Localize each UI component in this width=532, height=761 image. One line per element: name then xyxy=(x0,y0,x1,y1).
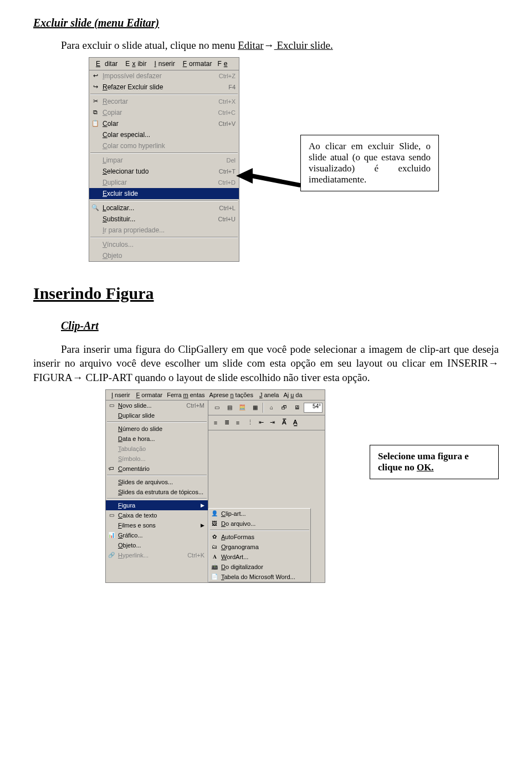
separator xyxy=(90,153,238,154)
menu-item-label: Objeto xyxy=(100,252,236,260)
toolbar-row-2: ≡ ≣ ≡ ⋮ ⇤ ⇥ A̅ A̲ xyxy=(208,415,325,430)
menubar-formatar[interactable]: Formatar xyxy=(178,59,214,69)
menu-item-slides-da-estrutura-de-t-picos-[interactable]: Slides da estrutura de tópicos... xyxy=(106,487,208,497)
tb-icon[interactable]: ▭ xyxy=(211,402,223,413)
submenu-item-label: Do digitalizador xyxy=(219,564,307,570)
callout-arrow xyxy=(236,171,303,181)
mb-ajuda[interactable]: Ajuda xyxy=(282,391,304,399)
submenu-item-tabela-do-microsoft-word-[interactable]: 📄Tabela do Microsoft Word... xyxy=(209,572,310,582)
align-icon[interactable]: ≣ xyxy=(222,418,232,427)
mb-janela[interactable]: Janela xyxy=(256,391,280,399)
callout-selecione: Selecione uma figura e clique no OK. xyxy=(370,445,499,479)
menu-item-shortcut: F4 xyxy=(228,84,236,90)
menu-item-label: Excluir slide xyxy=(100,190,236,197)
submenu-item-do-digitalizador[interactable]: 📠Do digitalizador xyxy=(209,562,310,572)
heading-clipart: Clip-Art xyxy=(61,319,499,332)
menu-item-icon xyxy=(90,251,100,260)
menubar-fe[interactable]: Fe xyxy=(215,59,232,69)
menu-item-objeto-[interactable]: Objeto... xyxy=(106,540,208,550)
tb-icon[interactable]: ▦ xyxy=(249,402,261,413)
submenu-item-do-arquivo-[interactable]: 🖼Do arquivo... xyxy=(209,519,310,529)
menu-item-label: Símbolo... xyxy=(116,455,204,462)
menu-item-caixa-de-texto[interactable]: ▭Caixa de texto xyxy=(106,510,208,520)
menu-item-filmes-e-sons[interactable]: Filmes e sons▶ xyxy=(106,520,208,530)
menubar-exibir[interactable]: Exibir xyxy=(123,59,149,69)
tb-icon[interactable]: ⌂ xyxy=(265,402,278,413)
menu-item-hyperlink-: 🔗Hyperlink...Ctrl+K xyxy=(106,550,208,560)
menu-item-n-mero-do-slide[interactable]: Número do slide xyxy=(106,424,208,434)
indent-icon[interactable]: ⇤ xyxy=(256,418,266,427)
font-inc-icon[interactable]: A̲ xyxy=(290,418,300,427)
submenu-item-organograma[interactable]: 🗂Organograma xyxy=(209,542,310,552)
menu-item-label: Impossível desfazer xyxy=(100,72,219,80)
menu-item-label: Hyperlink... xyxy=(116,552,187,559)
menu-item-label: Filmes e sons xyxy=(116,522,201,529)
submenu-item-icon: 🖼 xyxy=(210,520,219,527)
menu-item-shortcut: Ctrl+T xyxy=(219,168,236,175)
menu-item-figura[interactable]: Figura▶ xyxy=(106,500,208,510)
menu-item-label: Vínculos... xyxy=(100,241,236,248)
menu-item-label: Tabulação xyxy=(116,445,204,452)
tb-icon[interactable]: 🧮 xyxy=(236,402,248,413)
menu-item-colar[interactable]: 📋ColarCtrl+V xyxy=(89,118,239,129)
menu-item-icon xyxy=(107,501,116,509)
align-icon[interactable]: ≡ xyxy=(233,418,243,427)
toolbar-row-1: ▭ ▤ 🧮 ▦ ⌂ 🗗 🖥 54° xyxy=(208,400,325,415)
menu-item-data-e-hora-[interactable]: Data e hora... xyxy=(106,434,208,444)
menu-item-refazer-excluir-slide[interactable]: ↪Refazer Excluir slideF4 xyxy=(89,82,239,93)
mb-formatar[interactable]: Formatar xyxy=(133,391,165,399)
menu-item-label: Selecionar tudo xyxy=(100,168,219,175)
submenu-item-clip-art-[interactable]: 👤Clip-art... xyxy=(209,509,310,519)
menu-item-shortcut: Ctrl+C xyxy=(218,109,236,116)
menu-item-colar-como-hyperlink: Colar como hyperlink xyxy=(89,140,239,151)
menu-item-localizar-[interactable]: 🔍Localizar...Ctrl+L xyxy=(89,202,239,214)
indent-icon[interactable]: ⇥ xyxy=(267,418,277,427)
callout-excluir: Ao clicar em excluir Slide, o slide atua… xyxy=(300,135,439,191)
menu-item-novo-slide-[interactable]: ▭Novo slide...Ctrl+M xyxy=(106,400,208,410)
menu-item-icon: 📊 xyxy=(107,531,116,539)
menu-item-colar-especial-[interactable]: Colar especial... xyxy=(89,129,239,140)
submenu-arrow-icon: ▶ xyxy=(201,522,204,528)
menu-item-gr-fico-[interactable]: 📊Gráfico... xyxy=(106,530,208,540)
submenu-item-label: WordArt... xyxy=(219,554,307,560)
inserir-menubar: Inserir Formatar Ferramentas Apresentaçõ… xyxy=(106,390,325,400)
separator xyxy=(90,200,238,201)
tb-icon[interactable]: 🗗 xyxy=(278,402,290,413)
tb-icon[interactable]: ▤ xyxy=(223,402,236,413)
menu-item-label: Número do slide xyxy=(116,425,204,432)
mb-ferramentas[interactable]: Ferramentas xyxy=(165,391,206,399)
submenu-item-autoformas[interactable]: ✿AutoFormas xyxy=(209,532,310,542)
menu-item-label: Duplicar xyxy=(100,179,218,186)
align-icon[interactable]: ≡ xyxy=(211,418,221,427)
menu-item-label: Figura xyxy=(116,502,201,509)
bullets-icon[interactable]: ⋮ xyxy=(245,418,255,427)
zoom-box[interactable]: 54° xyxy=(304,403,323,413)
menu-item-icon: ▭ xyxy=(107,402,116,409)
menu-item-coment-rio[interactable]: 🏷Comentário xyxy=(106,464,208,474)
menu-item-substituir-[interactable]: Substituir...Ctrl+U xyxy=(89,214,239,225)
p1c: Excluir slide. xyxy=(274,39,333,51)
mb-inserir[interactable]: Inserir xyxy=(108,391,132,399)
menu-item-icon xyxy=(90,178,100,187)
separator xyxy=(210,530,309,531)
menu-item-label: Localizar... xyxy=(100,204,219,212)
separator xyxy=(90,94,238,95)
menu-item-shortcut: Ctrl+U xyxy=(218,216,236,222)
figura-submenu: 👤Clip-art...🖼Do arquivo...✿AutoFormas🗂Or… xyxy=(208,508,311,582)
menu-item-icon xyxy=(107,541,116,549)
menu-item-icon xyxy=(107,478,116,486)
font-dec-icon[interactable]: A̅ xyxy=(279,418,289,427)
submenu-item-wordart-[interactable]: 𝐀WordArt... xyxy=(209,552,310,562)
separator xyxy=(107,422,207,423)
menu-item-shortcut: Ctrl+V xyxy=(218,120,236,127)
menu-item-duplicar-slide[interactable]: Duplicar slide xyxy=(106,410,208,420)
menubar-editar[interactable]: Editar xyxy=(91,59,122,69)
tb-icon[interactable]: 🖥 xyxy=(291,402,303,413)
menubar-inserir[interactable]: Inserir xyxy=(150,59,177,69)
mb-apresentacoes[interactable]: Apresentações xyxy=(208,391,255,399)
menu-item-selecionar-tudo[interactable]: Selecionar tudoCtrl+T xyxy=(89,166,239,177)
menu-item-excluir-slide[interactable]: Excluir slide xyxy=(89,188,239,199)
editar-menu-screenshot: Editar Exibir Inserir Formatar Fe ↩Impos… xyxy=(89,57,239,262)
menu-item-label: Substituir... xyxy=(100,215,218,223)
menu-item-slides-de-arquivos-[interactable]: Slides de arquivos... xyxy=(106,477,208,487)
